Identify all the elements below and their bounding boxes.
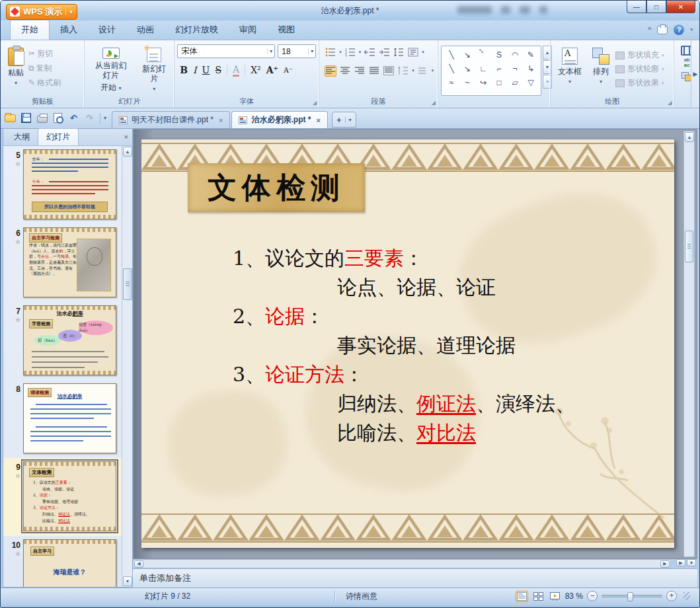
zoom-slider-thumb[interactable] [627,592,633,601]
shape-outline-button[interactable]: 形状轮廓 ▾ [615,63,664,75]
paste-button[interactable]: 粘贴 ▾ [3,44,28,96]
new-document-tab-button[interactable]: + ▾ [332,112,356,128]
wps-app-button[interactable]: WPS 演示 ▾ [6,4,77,20]
shape-elbow3-icon[interactable]: ¬ [507,61,523,75]
main-vertical-scrollbar[interactable]: ▲ [683,131,695,557]
tab-design[interactable]: 设计 [88,20,126,40]
panel-scroll-down-icon[interactable]: ▼ [123,576,132,586]
app-caret-icon[interactable]: ▾ [65,9,73,15]
undo-icon[interactable]: ↶ [68,113,79,124]
italic-button[interactable]: I [193,65,197,75]
new-slide-caret-icon[interactable]: ▾ [153,86,155,93]
shape-parallelogram-icon[interactable]: ▱ [507,75,523,89]
paragraph-spacing-icon[interactable] [397,65,409,77]
minimize-button[interactable]: — [627,1,646,13]
copy-button[interactable]: ⧉复制 [28,61,61,75]
panel-scrollbar[interactable]: ▲ ▼ [122,146,132,587]
align-right-button[interactable] [354,65,366,77]
thumbnail-row-7[interactable]: 7☆ 治水必躬亲 字音检测 好（hào） 恶（è） 相度（xiàng duó） [3,302,132,380]
play-from-current-button[interactable]: 从当前幻灯片 开始 ▾ [87,44,134,96]
shape-connector-icon[interactable]: ╲ [444,61,459,75]
shape-squiggle-icon[interactable]: ≈ [444,75,459,89]
shape-effect-button[interactable]: 形状效果 ▾ [615,77,664,89]
redo-icon[interactable]: ↷ [84,113,95,124]
new-tab-caret-icon[interactable]: ▾ [345,117,352,123]
tab-review[interactable]: 审阅 [229,20,267,40]
bullets-icon[interactable] [325,47,336,58]
shape-line-icon[interactable]: ╲ [444,48,459,61]
doc-tab-active[interactable]: 治水必躬亲.ppt * × [231,111,327,128]
close-panel-icon[interactable]: × [124,133,128,141]
bold-button[interactable]: B [180,65,188,75]
shape-connector-arrow-icon[interactable]: ↘ [459,61,475,75]
resize-grip[interactable] [683,592,690,600]
arrange-caret-icon[interactable]: ▾ [600,79,602,85]
align-left-button[interactable] [325,65,336,77]
tab-home[interactable]: 开始 [10,20,50,40]
text-box-caret-icon[interactable]: ▾ [568,79,571,85]
thumbnail-row-10[interactable]: 10☆ 自主学习 海瑞是谁？ [3,536,132,587]
text-box-button[interactable]: 文本框 ▾ [553,44,586,96]
strikethrough-button[interactable]: S [215,65,221,75]
doc-tab-inactive[interactable]: 明天不封阳台课件.ppt * × [112,111,230,128]
slide-7-thumbnail[interactable]: 治水必躬亲 字音检测 好（hào） 恶（è） 相度（xiàng duó） [23,305,116,375]
replace-icon[interactable]: abac [684,57,690,68]
drawing-dialog-launcher-icon[interactable]: ◢ [668,100,672,106]
slide-6-thumbnail[interactable]: 自主学习检测 作者：钱泳，清代江苏金匮（kuì）人。原名鹤，字立群，号台仙，一号… [23,227,116,297]
thumbnail-row-9-selected[interactable]: 9☆ 文体检测 1、议论文的三要素： 论点、论据、论证 2、论据： 事实论据、道… [3,458,132,536]
next-slide-icon[interactable]: ▶ [676,559,685,566]
zoom-in-button[interactable]: + [666,591,677,601]
shrink-font-button[interactable]: A⁻ [284,66,293,75]
new-slide-button[interactable]: 新幻灯片 ▾ [137,44,171,96]
increase-indent-icon[interactable] [378,47,390,58]
paragraph-dialog-launcher-icon[interactable]: ◢ [432,100,436,106]
panel-scroll-thumb[interactable] [123,268,132,300]
close-tab-icon[interactable]: × [217,116,223,124]
scroll-right-icon[interactable]: ▶ [660,560,670,568]
toolbar-options-icon[interactable]: ▾ [100,113,106,124]
shape-fill-button[interactable]: 形状填充 ▾ [615,50,664,61]
slide-8-thumbnail[interactable]: 诵读检测 治水必躬亲 [23,383,116,453]
print-icon[interactable] [37,116,48,123]
normal-view-button[interactable] [516,591,528,602]
paste-caret-icon[interactable]: ▾ [15,80,17,87]
tab-animation[interactable]: 动画 [126,20,165,40]
justify-button[interactable] [368,65,380,77]
thumbnail-row-6[interactable]: 6☆ 自主学习检测 作者：钱泳，清代江苏金匮（kuì）人。原名鹤，字立群，号台仙… [3,224,132,302]
font-size-combo[interactable]: 18▾ [278,44,316,58]
font-color-button[interactable]: A [233,64,239,77]
line-options-icon[interactable] [417,65,429,77]
scroll-up-icon[interactable]: ▲ [685,132,694,142]
close-tab-icon[interactable]: × [315,116,320,124]
shape-elbow2-icon[interactable]: ⌐ [491,61,507,75]
font-dialog-launcher-icon[interactable]: ◢ [313,100,317,106]
ribbon-scroll-right-icon[interactable]: ▶ [691,40,699,108]
thumbnail-row-5[interactable]: 5☆ 去年： 今年： 所以水患的治理不容轻视 [3,146,132,224]
slide-5-thumbnail[interactable]: 去年： 今年： 所以水患的治理不容轻视 [23,149,116,219]
text-direction-icon[interactable] [407,47,419,58]
zoom-slider[interactable] [602,595,662,597]
arrange-button[interactable]: 排列 ▾ [588,44,614,96]
close-button[interactable]: ✕ [666,1,695,13]
numbering-icon[interactable]: 123 [344,47,356,58]
cut-button[interactable]: ✂剪切 [28,47,61,60]
format-painter-button[interactable]: ✎格式刷 [28,76,61,89]
thumbnail-row-8[interactable]: 8 诵读检测 治水必躬亲 [3,380,132,458]
slide-canvas[interactable]: 文体检测 1、议论文的三要素： 论点、论据、论证 2、论据： 事实论据、道理论据… [141,139,674,548]
tab-slides[interactable]: 幻灯片 [38,128,79,145]
slide-10-thumbnail[interactable]: 自主学习 海瑞是谁？ [23,539,116,587]
tab-outline[interactable]: 大纲 [6,129,38,145]
help-icon[interactable]: ? [674,24,684,35]
shape-freeform-icon[interactable]: ✎ [523,48,539,61]
open-file-icon[interactable] [5,114,16,122]
tab-view[interactable]: 视图 [267,20,305,40]
superscript-button[interactable]: X² [251,65,261,75]
scroll-thumb[interactable] [685,231,693,262]
shape-curved-arrow-icon[interactable]: ↪ [475,75,491,89]
scroll-left-icon[interactable]: ◀ [134,560,143,568]
underline-button[interactable]: U [202,65,210,75]
distribute-button[interactable] [383,65,395,77]
slide-title[interactable]: 文体检测 [188,163,365,212]
shape-trapezoid-icon[interactable]: ▽ [523,75,539,89]
align-center-button[interactable] [339,65,351,77]
